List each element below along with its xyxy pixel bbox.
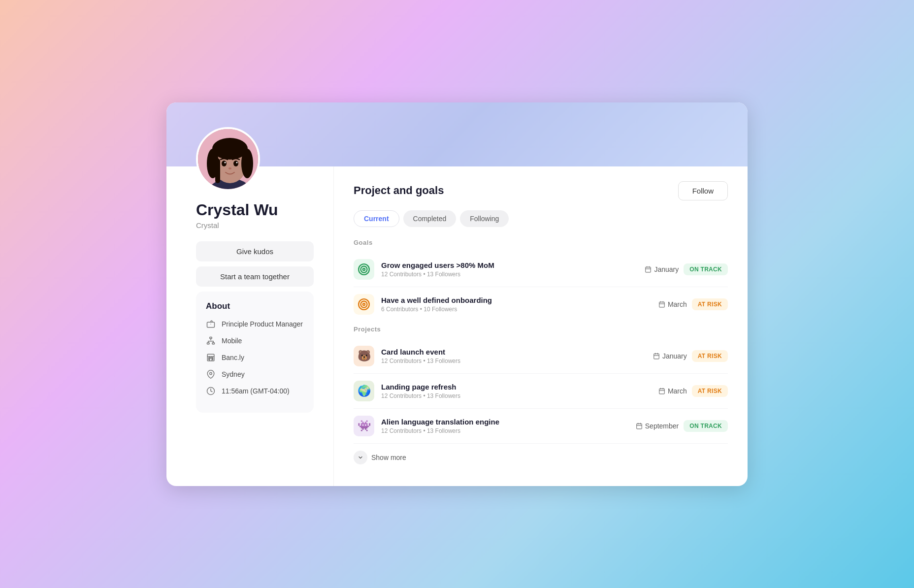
right-panel: Project and goals Follow Current Complet… [334,166,748,486]
svg-point-12 [236,162,238,163]
goal-name-1: Grow engaged users >80% MoM [381,261,638,269]
goal-icon-2 [354,294,374,315]
goal-date-2: March [658,300,687,308]
svg-rect-23 [209,359,210,360]
show-more-button[interactable]: Show more [354,444,728,471]
profile-card: Crystal Wu Crystal Give kudos Start a te… [166,102,748,486]
chevron-down-icon [354,451,367,464]
avatar [196,127,260,191]
project-meta-3: 12 Contributors • 13 Followers [381,427,629,434]
goal-info-1: Grow engaged users >80% MoM 12 Contribut… [381,261,638,278]
project-row-2[interactable]: 🌍 Landing page refresh 12 Contributors •… [354,374,728,409]
location-label: Sydney [222,370,245,378]
svg-rect-30 [646,267,651,272]
show-more-label: Show more [371,454,406,461]
panel-header: Project and goals Follow [354,181,728,200]
svg-rect-37 [659,302,665,307]
panel-title: Project and goals [354,184,444,197]
project-row-1[interactable]: 🐻 Card launch event 12 Contributors • 13… [354,339,728,374]
project-icon-1: 🐻 [354,346,374,366]
svg-point-29 [363,268,365,270]
clock-icon [206,386,216,396]
goal-name-2: Have a well defined onboarding [381,296,652,304]
goal-info-2: Have a well defined onboarding 6 Contrib… [381,296,652,313]
goals-label: Goals [354,239,728,246]
svg-rect-45 [659,389,665,394]
briefcase-icon [206,319,216,329]
role-label: Principle Product Manager [222,320,303,328]
svg-rect-22 [212,358,213,359]
goal-status-2: AT RISK [692,298,728,310]
goal-meta-1: 12 Contributors • 13 Followers [381,271,638,278]
start-team-button[interactable]: Start a team together [196,266,314,287]
tab-completed[interactable]: Completed [403,210,457,227]
project-right-3: September ON TRACK [636,420,728,432]
goal-status-1: ON TRACK [684,263,728,275]
goal-icon-1 [354,259,374,280]
about-section: About Principle Product Manager [196,292,314,413]
tabs-container: Current Completed Following [354,210,728,227]
svg-point-13 [228,167,231,169]
project-date-1: January [653,352,687,360]
project-icon-2: 🌍 [354,381,374,401]
project-name-2: Landing page refresh [381,383,652,391]
svg-point-9 [222,161,227,166]
about-item-team: Mobile [206,336,304,346]
about-item-role: Principle Product Manager [206,319,304,329]
project-right-1: January AT RISK [653,350,728,362]
about-item-company: Banc.ly [206,353,304,362]
svg-rect-8 [215,159,220,183]
project-meta-1: 12 Contributors • 13 Followers [381,358,646,364]
svg-rect-14 [207,322,215,327]
header-banner [166,102,748,166]
goal-right-1: January ON TRACK [645,263,728,275]
about-title: About [206,301,304,311]
give-kudos-button[interactable]: Give kudos [196,241,314,261]
svg-rect-49 [637,424,642,429]
company-label: Banc.ly [222,354,244,361]
svg-rect-24 [212,359,213,360]
goal-right-2: March AT RISK [658,298,728,310]
svg-rect-21 [210,358,211,359]
projects-label: Projects [354,326,728,333]
svg-point-36 [363,303,365,305]
project-status-3: ON TRACK [684,420,728,432]
user-name: Crystal Wu [196,201,314,219]
project-meta-2: 12 Contributors • 13 Followers [381,392,652,399]
project-status-2: AT RISK [692,385,728,397]
project-name-1: Card launch event [381,348,646,356]
svg-point-11 [225,162,226,163]
svg-rect-20 [209,358,210,359]
main-content: Crystal Wu Crystal Give kudos Start a te… [166,166,748,486]
goals-section: Goals Grow engaged users >80% MoM 12 C [354,239,728,322]
time-label: 11:56am (GMT-04:00) [222,387,290,395]
svg-point-35 [361,301,367,307]
project-name-3: Alien language translation engine [381,418,629,426]
goal-row-2[interactable]: Have a well defined onboarding 6 Contrib… [354,287,728,322]
about-item-time: 11:56am (GMT-04:00) [206,386,304,396]
project-info-3: Alien language translation engine 12 Con… [381,418,629,434]
goal-date-1: January [645,265,679,273]
svg-point-28 [361,266,367,272]
projects-section: Projects 🐻 Card launch event 12 Contribu… [354,326,728,471]
goal-row-1[interactable]: Grow engaged users >80% MoM 12 Contribut… [354,252,728,287]
left-panel: Crystal Wu Crystal Give kudos Start a te… [166,166,334,486]
svg-rect-41 [654,354,659,359]
tab-following[interactable]: Following [460,210,509,227]
about-item-location: Sydney [206,369,304,379]
location-icon [206,369,216,379]
project-row-3[interactable]: 👾 Alien language translation engine 12 C… [354,409,728,444]
goal-meta-2: 6 Contributors • 10 Followers [381,306,652,313]
project-info-1: Card launch event 12 Contributors • 13 F… [381,348,646,364]
svg-point-7 [241,149,253,178]
project-icon-3: 👾 [354,416,374,436]
username: Crystal [196,221,314,229]
tab-current[interactable]: Current [354,210,399,227]
svg-point-10 [233,161,238,166]
follow-button[interactable]: Follow [678,181,728,200]
building-icon [206,353,216,362]
team-label: Mobile [222,337,242,345]
project-date-3: September [636,422,679,430]
svg-point-25 [210,372,212,375]
project-info-2: Landing page refresh 12 Contributors • 1… [381,383,652,399]
